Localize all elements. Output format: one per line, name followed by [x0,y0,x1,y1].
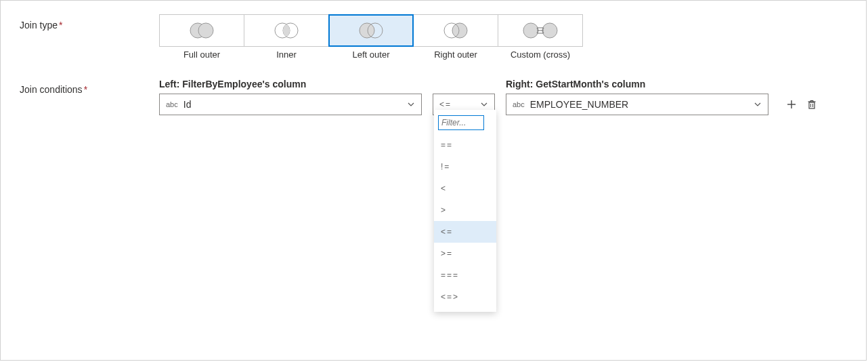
plus-icon [786,99,797,110]
right-column-header: Right: GetStartMonth's column [506,79,768,89]
join-type-full-outer[interactable] [159,14,244,47]
svg-point-8 [452,23,467,38]
operator-option-neq[interactable]: != [434,156,496,178]
operator-option-gte[interactable]: >= [434,243,496,264]
venn-cross-icon [522,22,559,39]
left-column-header: Left: FilterByEmployee's column [159,79,422,89]
right-column-select[interactable]: abc EMPLOYEE_NUMBER [506,94,768,115]
join-type-tiles [159,14,847,47]
operator-option-lt[interactable]: < [434,178,496,199]
right-column-value: EMPLOYEE_NUMBER [530,99,754,110]
join-conditions-label: Join conditions* [20,79,159,95]
join-type-label-full: Full outer [159,49,244,60]
operator-option-nseq[interactable]: <=> [434,286,496,308]
left-column-select[interactable]: abc Id [159,94,422,115]
venn-full-icon [187,22,217,39]
venn-left-icon [356,22,386,39]
join-type-right-outer[interactable] [413,14,498,47]
venn-inner-icon [272,22,301,39]
trash-icon [806,99,817,110]
type-tag-abc: abc [166,100,178,108]
add-condition-button[interactable] [785,98,798,111]
operator-value: <= [439,100,480,109]
join-type-label-left: Left outer [328,49,414,60]
join-type-custom-cross[interactable] [498,14,583,47]
left-column-value: Id [183,99,407,110]
svg-point-11 [542,23,557,38]
join-type-left-outer[interactable] [328,14,414,47]
svg-point-1 [198,23,213,38]
join-type-label: Join type* [20,14,159,31]
delete-condition-button[interactable] [805,98,819,111]
svg-point-6 [360,23,374,38]
type-tag-abc: abc [513,100,525,108]
join-type-label-inner: Inner [244,49,329,60]
join-type-label-right: Right outer [413,49,498,60]
join-type-label-cross: Custom (cross) [498,49,583,60]
svg-rect-17 [809,102,815,108]
operator-filter-input[interactable] [438,115,484,130]
chevron-down-icon [407,100,415,108]
operator-dropdown-popup: == != < > <= >= === <=> [434,110,496,312]
operator-option-seq[interactable]: === [434,264,496,286]
svg-point-10 [523,23,538,38]
operator-option-lte[interactable]: <= [434,221,496,243]
join-type-inner[interactable] [244,14,329,47]
venn-right-icon [441,22,471,39]
chevron-down-icon [480,100,488,108]
chevron-down-icon [754,100,762,108]
operator-option-gt[interactable]: > [434,199,496,221]
operator-option-eq[interactable]: == [434,134,496,156]
